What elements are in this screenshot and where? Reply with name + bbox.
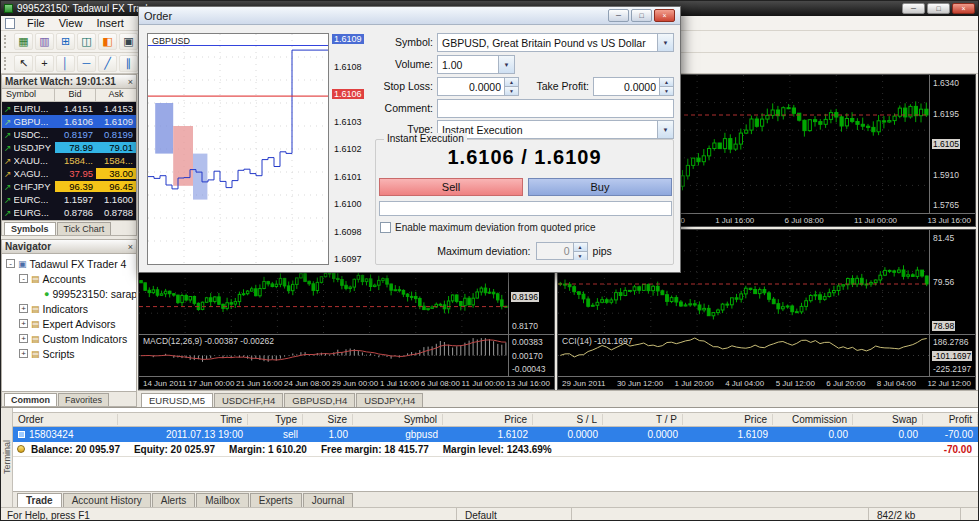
tree-expander-icon[interactable]: + (19, 349, 28, 358)
dropdown-icon[interactable]: ▼ (498, 56, 514, 73)
navigator-header[interactable]: Navigator × (2, 240, 136, 254)
deviation-input[interactable] (537, 243, 573, 259)
tree-item-custom-indicators[interactable]: + ▤ Custom Indicators (2, 331, 136, 346)
market-watch-row[interactable]: ↗EURU... 1.4151 1.4153 (2, 102, 136, 115)
volume-select[interactable]: 1.00 ▼ (437, 55, 515, 74)
status-profile-selector[interactable]: Default (456, 508, 571, 521)
dialog-minimize-button[interactable]: ─ (608, 9, 629, 22)
terminal-icon[interactable]: ▣ (119, 33, 138, 50)
chart-tab[interactable]: USDJPY,H4 (356, 393, 423, 407)
tree-expander-icon[interactable]: - (6, 259, 15, 268)
market-watch-row[interactable]: ↗EURC... 1.1597 1.1600 (2, 193, 136, 206)
vertical-line-icon[interactable]: │ (56, 55, 75, 72)
trendline-icon[interactable]: ╱ (98, 55, 117, 72)
terminal-column-header[interactable]: Symbol (353, 414, 443, 425)
symbol-select[interactable]: GBPUSD, Great Britain Pound vs US Dollar… (437, 33, 674, 52)
panel-tab[interactable]: Common (4, 393, 57, 406)
close-icon[interactable]: × (128, 77, 133, 87)
toolbar-grip[interactable] (4, 35, 8, 48)
terminal-column-header[interactable]: Commission (773, 414, 853, 425)
checkbox-icon[interactable] (380, 222, 391, 233)
new-chart-icon[interactable]: ▦ (14, 33, 33, 50)
spin-up-icon[interactable]: ▲ (660, 78, 673, 86)
market-watch-row[interactable]: ↗USDC... 0.8197 0.8199 (2, 128, 136, 141)
terminal-tab[interactable]: Alerts (152, 493, 196, 507)
buy-button[interactable]: Buy (528, 178, 672, 196)
crosshair-icon[interactable]: + (35, 55, 54, 72)
column-ask[interactable]: Ask (96, 89, 136, 101)
chart-tab[interactable]: USDCHF,H4 (214, 393, 283, 407)
dropdown-icon[interactable]: ▼ (657, 121, 673, 138)
tree-expander-icon[interactable]: + (19, 319, 28, 328)
type-select[interactable]: Instant Execution ▼ (437, 120, 674, 139)
sell-button[interactable]: Sell (379, 178, 523, 196)
terminal-column-header[interactable]: S / L (533, 414, 603, 425)
terminal-column-header[interactable]: Order (13, 414, 118, 425)
terminal-column-header[interactable]: Swap (853, 414, 923, 425)
terminal-tab[interactable]: Journal (303, 493, 354, 507)
maximize-button[interactable]: □ (927, 3, 950, 14)
panel-tab[interactable]: Tick Chart (57, 222, 112, 235)
tree-expander-icon[interactable]: + (19, 304, 28, 313)
terminal-column-header[interactable]: T / P (603, 414, 683, 425)
dialog-close-button[interactable]: × (654, 9, 675, 22)
spin-down-icon[interactable]: ▼ (660, 86, 673, 95)
tree-item-account[interactable]: ● 999523150: sarapat (2, 286, 136, 301)
terminal-tab[interactable]: Trade (17, 493, 62, 507)
menu-item[interactable]: Insert (89, 16, 131, 31)
terminal-tab[interactable]: Experts (250, 493, 302, 507)
profiles-icon[interactable]: ▥ (35, 33, 54, 50)
deviation-checkbox-row[interactable]: Enable maximum deviation from quoted pri… (380, 222, 596, 233)
order-dialog-titlebar[interactable]: Order ─ □ × (139, 7, 680, 25)
open-order-row[interactable]: 15803424 2011.07.13 19:00 sell 1.00 gbpu… (13, 427, 978, 442)
chart-tab[interactable]: EURUSD,M5 (141, 393, 213, 407)
terminal-tab[interactable]: Mailbox (196, 493, 248, 507)
take-profit-stepper[interactable]: ▲▼ (593, 77, 674, 96)
terminal-column-header[interactable]: Size (303, 414, 353, 425)
stop-loss-input[interactable] (438, 78, 504, 95)
data-window-icon[interactable]: ◫ (77, 33, 96, 50)
tree-item-indicators[interactable]: + ▤ Indicators (2, 301, 136, 316)
toolbar-grip[interactable] (4, 57, 8, 70)
spin-down-icon[interactable]: ▼ (574, 251, 587, 260)
market-watch-row[interactable]: ↗USDJPY 78.99 79.01 (2, 141, 136, 154)
close-icon[interactable]: × (128, 242, 133, 252)
market-watch-header[interactable]: Market Watch: 19:01:31 × (2, 75, 136, 89)
terminal-column-header[interactable]: Time (118, 414, 248, 425)
tree-item-scripts[interactable]: + ▤ Scripts (2, 346, 136, 361)
navigator-icon[interactable]: ◧ (98, 33, 117, 50)
market-watch-row[interactable]: ↗EURG... 0.8786 0.8788 (2, 206, 136, 219)
menu-item[interactable]: File (20, 16, 52, 31)
stop-loss-stepper[interactable]: ▲▼ (437, 77, 519, 96)
market-watch-row[interactable]: ↗GBPU... 1.6106 1.6109 (2, 115, 136, 128)
market-watch-row[interactable]: ↗XAGU... 37.95 38.00 (2, 167, 136, 180)
market-watch-row[interactable]: ↗CHFJPY 96.39 96.45 (2, 180, 136, 193)
spin-down-icon[interactable]: ▼ (505, 86, 518, 95)
chart-tab[interactable]: GBPUSD,H4 (284, 393, 355, 407)
column-bid[interactable]: Bid (55, 89, 96, 101)
panel-tab[interactable]: Favorites (58, 393, 109, 406)
spin-up-icon[interactable]: ▲ (505, 78, 518, 86)
terminal-tab[interactable]: Account History (63, 493, 151, 507)
deviation-stepper[interactable]: ▲▼ (536, 242, 588, 260)
terminal-column-header[interactable]: Type (248, 414, 303, 425)
spin-up-icon[interactable]: ▲ (574, 243, 587, 251)
tree-expander-icon[interactable]: + (19, 334, 28, 343)
terminal-column-header[interactable]: Price (443, 414, 533, 425)
terminal-column-header[interactable]: Profit (923, 414, 978, 425)
tree-item-accounts[interactable]: - ▤ Accounts (2, 271, 136, 286)
resize-grip[interactable] (960, 508, 978, 521)
terminal-column-header[interactable]: Price (683, 414, 773, 425)
minimize-button[interactable]: ─ (902, 3, 925, 14)
cursor-icon[interactable]: ↖ (14, 55, 33, 72)
tree-item-root[interactable]: - ▣ Tadawul FX Trader 4 (2, 256, 136, 271)
close-button[interactable]: × (952, 3, 975, 14)
comment-input[interactable] (437, 99, 674, 118)
horizontal-line-icon[interactable]: ─ (77, 55, 96, 72)
dialog-maximize-button[interactable]: □ (631, 9, 652, 22)
panel-tab[interactable]: Symbols (4, 222, 56, 235)
tree-item-expert-advisors[interactable]: + ▤ Expert Advisors (2, 316, 136, 331)
market-watch-row[interactable]: ↗XAUU... 1584... 1584... (2, 154, 136, 167)
dropdown-icon[interactable]: ▼ (657, 34, 673, 51)
take-profit-input[interactable] (594, 78, 659, 95)
